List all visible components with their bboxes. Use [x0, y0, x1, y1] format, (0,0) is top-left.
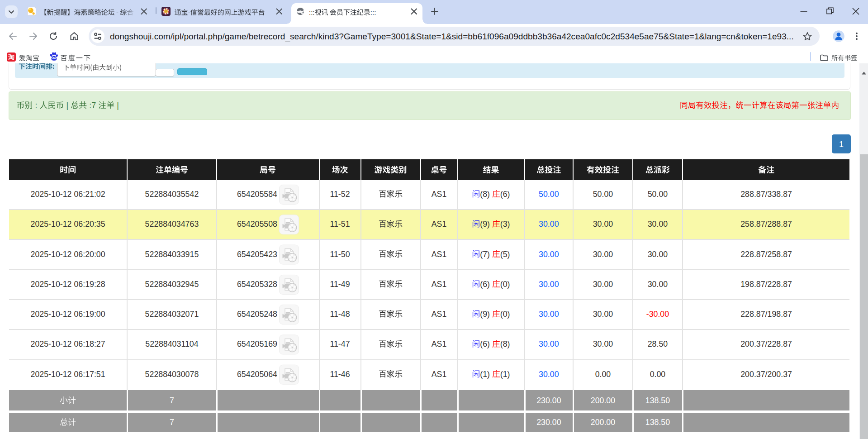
svg-text:du: du	[52, 57, 56, 60]
